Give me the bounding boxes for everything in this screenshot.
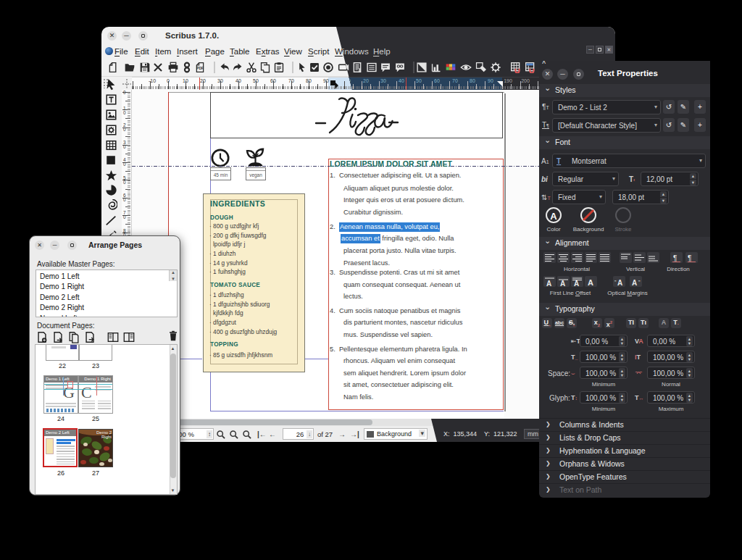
svg-text:¶: ¶ bbox=[688, 254, 691, 262]
svg-text:A: A bbox=[632, 279, 637, 286]
svg-text:A: A bbox=[588, 278, 593, 286]
svg-text:¶: ¶ bbox=[673, 254, 677, 262]
svg-text:A: A bbox=[574, 280, 579, 286]
svg-text:A: A bbox=[560, 280, 565, 286]
svg-text:": " bbox=[638, 280, 641, 285]
svg-text:A: A bbox=[617, 279, 622, 286]
svg-text:A: A bbox=[546, 280, 551, 286]
svg-text:": " bbox=[614, 280, 617, 285]
